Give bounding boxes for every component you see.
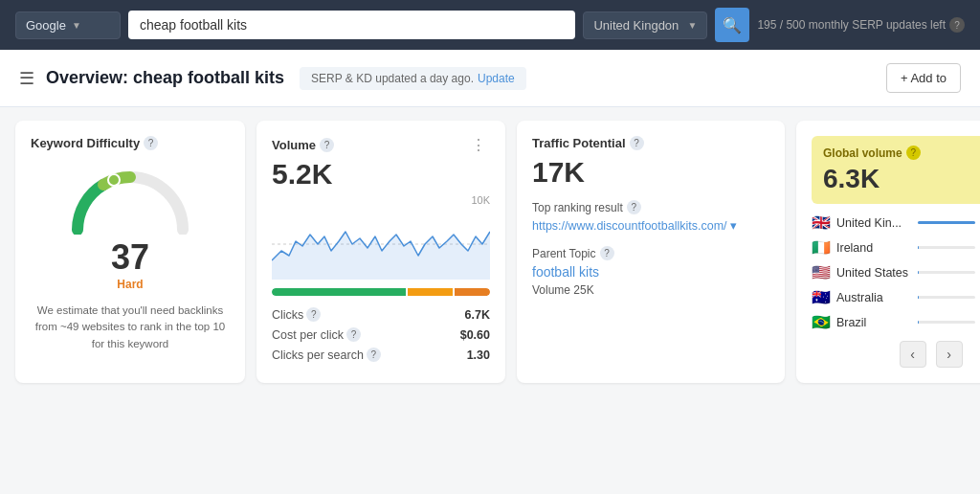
country-label: United Kingdon <box>593 18 679 33</box>
kd-header: Keyword Difficulty ? <box>31 136 230 150</box>
menu-icon[interactable]: ☰ <box>19 68 34 89</box>
kd-help-icon[interactable]: ? <box>144 136 158 150</box>
clicks-bar-green <box>272 288 406 296</box>
country-bar-4 <box>918 321 975 324</box>
engine-arrow-icon: ▼ <box>72 20 81 31</box>
kd-label: Keyword Difficulty <box>31 136 140 150</box>
country-bar-1 <box>918 246 975 249</box>
cps-value: 1.30 <box>467 348 490 362</box>
country-name-1: Ireland <box>836 241 908 255</box>
parent-topic-label: Parent Topic ? <box>532 246 769 260</box>
cards-grid: Keyword Difficulty ? 37 Hard We estimate… <box>0 107 980 396</box>
country-bar-0 <box>918 221 975 224</box>
vol-help-icon[interactable]: ? <box>320 138 334 152</box>
country-flag-3: 🇦🇺 <box>812 288 831 306</box>
vol-header: Volume ? <box>272 138 334 152</box>
updates-info: 195 / 500 monthly SERP updates left ? <box>757 17 965 33</box>
kd-value: 37 <box>31 237 230 278</box>
clicks-bar-orange <box>455 288 490 296</box>
sparkline-svg <box>272 208 490 280</box>
gv-help-icon[interactable]: ? <box>906 146 921 160</box>
top-ranking-help-icon[interactable]: ? <box>627 200 641 214</box>
engine-label: Google <box>26 18 66 33</box>
cps-label: Clicks per search ? <box>272 348 381 362</box>
country-name-3: Australia <box>836 291 908 304</box>
traffic-potential-card: Traffic Potential ? 17K Top ranking resu… <box>517 121 785 383</box>
next-page-button[interactable]: › <box>936 341 963 368</box>
kd-difficulty-label: Hard <box>31 278 230 291</box>
cpc-row: Cost per click ? $0.60 <box>272 327 490 342</box>
search-button[interactable]: 🔍 <box>715 8 749 42</box>
page-header: ☰ Overview: cheap football kits SERP & K… <box>0 50 980 107</box>
parent-topic-help-icon[interactable]: ? <box>600 246 614 260</box>
volume-card: Volume ? ⋮ 5.2K 10K Clicks <box>256 121 505 383</box>
topbar: Google ▼ United Kingdon ▼ 🔍 195 / 500 mo… <box>0 0 980 50</box>
country-row-1: 🇮🇪 Ireland 100 1% <box>812 238 980 257</box>
country-name-0: United Kin... <box>836 216 908 230</box>
add-to-label: + Add to <box>901 71 947 85</box>
country-flag-4: 🇧🇷 <box>812 313 831 331</box>
clicks-bar-yellow <box>408 288 453 296</box>
country-row-3: 🇦🇺 Australia 80 1% <box>812 288 980 306</box>
country-bar-2 <box>918 271 975 274</box>
engine-selector[interactable]: Google ▼ <box>15 11 121 39</box>
tp-help-icon[interactable]: ? <box>630 136 644 150</box>
keyword-difficulty-card: Keyword Difficulty ? 37 Hard We estimate… <box>15 121 245 383</box>
dropdown-arrow-icon: ▾ <box>730 218 737 233</box>
country-row-4: 🇧🇷 Brazil 40 0% <box>812 313 980 331</box>
country-row-2: 🇺🇸 United States 90 1% <box>812 263 980 281</box>
updates-help-icon[interactable]: ? <box>949 17 965 33</box>
country-bar-3 <box>918 296 975 299</box>
gauge-svg <box>63 158 197 235</box>
top-ranking-label: Top ranking result ? <box>532 200 769 214</box>
country-arrow-icon: ▼ <box>688 20 698 31</box>
clicks-help-icon[interactable]: ? <box>306 307 321 322</box>
pagination: ‹ › <box>812 341 980 368</box>
country-selector[interactable]: United Kingdon ▼ <box>583 11 707 39</box>
country-flag-2: 🇺🇸 <box>812 263 831 281</box>
country-flag-0: 🇬🇧 <box>812 213 831 232</box>
cpc-value: $0.60 <box>460 328 490 342</box>
update-link[interactable]: Update <box>478 72 515 85</box>
tp-header: Traffic Potential ? <box>532 136 769 150</box>
cpc-help-icon[interactable]: ? <box>346 327 361 342</box>
country-flag-1: 🇮🇪 <box>812 238 831 257</box>
country-name-4: Brazil <box>836 316 908 329</box>
countries-list: 🇬🇧 United Kin... 5.2K 82% 🇮🇪 Ireland 100… <box>812 213 980 331</box>
gv-label: Global volume ? <box>823 146 980 160</box>
parent-topic-volume: Volume 25K <box>532 283 769 297</box>
country-name-2: United States <box>836 266 908 280</box>
gv-header-box: Global volume ? 6.3K <box>812 136 980 204</box>
parent-topic-link[interactable]: football kits <box>532 264 769 280</box>
country-row-0: 🇬🇧 United Kin... 5.2K 82% <box>812 213 980 232</box>
tp-value: 17K <box>532 156 769 189</box>
vol-label: Volume <box>272 138 316 152</box>
gv-value: 6.3K <box>823 164 980 194</box>
update-text: SERP & KD updated a day ago. <box>311 72 474 85</box>
cpc-label: Cost per click ? <box>272 327 361 342</box>
cps-help-icon[interactable]: ? <box>367 348 381 362</box>
search-icon: 🔍 <box>723 16 742 34</box>
clicks-row: Clicks ? 6.7K <box>272 307 490 322</box>
clicks-value: 6.7K <box>465 308 490 322</box>
gauge-container <box>31 158 230 235</box>
global-volume-card: Global volume ? 6.3K 🇬🇧 United Kin... 5.… <box>796 121 980 383</box>
prev-page-button[interactable]: ‹ <box>900 341 926 368</box>
volume-chart: 10K <box>272 194 490 281</box>
kd-description: We estimate that you'll need backlinks f… <box>31 303 230 352</box>
top-ranking-url[interactable]: https://www.discountfootballkits.com/ ▾ <box>532 218 769 233</box>
page-title: Overview: cheap football kits <box>46 68 284 88</box>
clicks-bar <box>272 288 490 296</box>
vol-value: 5.2K <box>272 158 490 191</box>
clicks-label: Clicks ? <box>272 307 321 322</box>
update-notice: SERP & KD updated a day ago. Update <box>300 67 526 90</box>
cps-row: Clicks per search ? 1.30 <box>272 348 490 362</box>
chart-max-label: 10K <box>272 194 490 206</box>
add-to-button[interactable]: + Add to <box>886 63 961 93</box>
updates-text: 195 / 500 monthly SERP updates left <box>757 18 946 32</box>
tp-label: Traffic Potential <box>532 136 626 150</box>
volume-menu-icon[interactable]: ⋮ <box>467 136 490 154</box>
svg-point-0 <box>108 174 120 186</box>
keyword-search-input[interactable] <box>128 11 575 39</box>
